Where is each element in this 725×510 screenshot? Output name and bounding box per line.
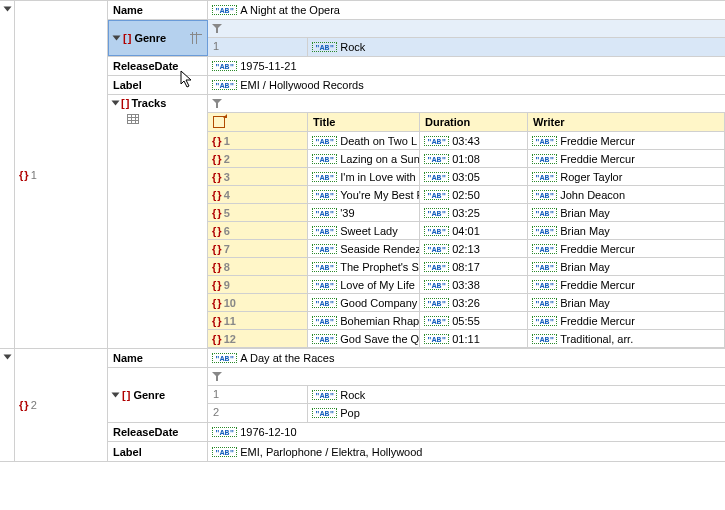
filter-icon[interactable] [212, 99, 222, 109]
tracks-header-title[interactable]: Title [308, 113, 420, 131]
track-row[interactable]: { } 2AB Lazing on a SunAB 01:08AB Freddi… [208, 150, 725, 168]
track-row[interactable]: { } 3AB I'm in Love withAB 03:05AB Roger… [208, 168, 725, 186]
item-row: { } 2 Name AB A Day at the Races [ ] Gen… [0, 349, 725, 462]
string-type-icon: AB [312, 190, 337, 200]
object-braces-icon: { } [212, 171, 221, 183]
prop-tracks-label[interactable]: [ ] Tracks [108, 95, 208, 348]
string-type-icon: AB [532, 154, 557, 164]
string-type-icon: AB [312, 172, 337, 182]
string-type-icon: AB [312, 316, 337, 326]
genre-item-index: 2 [208, 404, 308, 422]
item-header[interactable]: { } 2 [15, 349, 108, 461]
genre-body: 1 AB Rock 2 AB Pop [208, 368, 725, 422]
track-row[interactable]: { } 11AB Bohemian RhapAB 05:55AB Freddie… [208, 312, 725, 330]
track-row[interactable]: { } 10AB Good CompanyAB 03:26AB Brian Ma… [208, 294, 725, 312]
track-index-cell: { } 1 [208, 132, 308, 149]
string-type-icon: AB [212, 61, 237, 71]
item-index: 1 [31, 169, 37, 181]
item-index: 2 [31, 399, 37, 411]
genre-item-index: 1 [208, 38, 308, 56]
track-duration-cell: AB 01:11 [420, 330, 528, 347]
object-braces-icon: { } [212, 189, 221, 201]
track-title-cell: AB You're My Best F [308, 186, 420, 203]
string-type-icon: AB [424, 334, 449, 344]
prop-release-value[interactable]: AB 1976-12-10 [208, 423, 725, 441]
string-type-icon: AB [312, 136, 337, 146]
string-type-icon: AB [312, 262, 337, 272]
prop-genre-label[interactable]: [ ] Genre [108, 368, 208, 422]
track-index-cell: { } 3 [208, 168, 308, 185]
prop-name-label[interactable]: Name [108, 349, 208, 367]
genre-row: [ ] Genre 1 AB Rock [108, 20, 725, 57]
string-type-icon: AB [312, 154, 337, 164]
expand-icon [3, 7, 11, 12]
object-braces-icon: { } [19, 399, 28, 411]
item-gutter[interactable] [0, 1, 15, 348]
string-type-icon: AB [424, 208, 449, 218]
string-type-icon: AB [532, 334, 557, 344]
item-body: Name AB A Day at the Races [ ] Genre 1 [108, 349, 725, 461]
track-row[interactable]: { } 9AB Love of My LifeAB 03:38AB Freddi… [208, 276, 725, 294]
prop-name-value[interactable]: AB A Day at the Races [208, 349, 725, 367]
string-type-icon: AB [424, 172, 449, 182]
table-edit-icon [213, 116, 225, 128]
prop-name-label[interactable]: Name [108, 1, 208, 19]
genre-item-value: AB Pop [308, 404, 725, 422]
track-index: 10 [224, 297, 236, 309]
track-row[interactable]: { } 5AB '39AB 03:25AB Brian May [208, 204, 725, 222]
prop-release-value[interactable]: AB 1975-11-21 [208, 57, 725, 75]
filter-icon[interactable] [212, 372, 222, 382]
prop-release-label[interactable]: ReleaseDate [108, 57, 208, 75]
columns-toggle-icon[interactable] [190, 32, 202, 44]
track-index-cell: { } 7 [208, 240, 308, 257]
object-braces-icon: { } [212, 261, 221, 273]
track-row[interactable]: { } 8AB The Prophet's SAB 08:17AB Brian … [208, 258, 725, 276]
tracks-rows: { } 1AB Death on Two LAB 03:43AB Freddie… [208, 132, 725, 348]
prop-name-value[interactable]: AB A Night at the Opera [208, 1, 725, 19]
track-row[interactable]: { } 6AB Sweet LadyAB 04:01AB Brian May [208, 222, 725, 240]
prop-label-label[interactable]: Label [108, 76, 208, 94]
track-writer-cell: AB Freddie Mercur [528, 150, 725, 167]
prop-genre-label[interactable]: [ ] Genre [108, 20, 208, 56]
prop-release-label[interactable]: ReleaseDate [108, 423, 208, 441]
track-duration-cell: AB 03:38 [420, 276, 528, 293]
track-duration-cell: AB 03:05 [420, 168, 528, 185]
track-index: 3 [224, 171, 230, 183]
tracks-body: Title Duration Writer { } 1AB Death on T… [208, 95, 725, 348]
track-row[interactable]: { } 7AB Seaside RendezAB 02:13AB Freddie… [208, 240, 725, 258]
track-row[interactable]: { } 12AB God Save the QAB 01:11AB Tradit… [208, 330, 725, 348]
object-braces-icon: { } [19, 169, 28, 181]
prop-label-value[interactable]: AB EMI / Hollywood Records [208, 76, 725, 94]
string-type-icon: AB [212, 353, 237, 363]
track-row[interactable]: { } 1AB Death on Two LAB 03:43AB Freddie… [208, 132, 725, 150]
prop-label-label[interactable]: Label [108, 442, 208, 461]
tracks-header-writer[interactable]: Writer [528, 113, 725, 131]
track-row[interactable]: { } 4AB You're My Best FAB 02:50AB John … [208, 186, 725, 204]
track-title-cell: AB God Save the Q [308, 330, 420, 347]
track-duration-cell: AB 03:25 [420, 204, 528, 221]
genre-item-row[interactable]: 2 AB Pop [208, 404, 725, 422]
item-gutter[interactable] [0, 349, 15, 461]
genre-body: 1 AB Rock [208, 20, 725, 56]
track-duration-cell: AB 02:50 [420, 186, 528, 203]
string-type-icon: AB [532, 226, 557, 236]
genre-item-value: AB Rock [308, 38, 725, 56]
genre-item-row[interactable]: 1 AB Rock [208, 386, 725, 404]
string-type-icon: AB [212, 5, 237, 15]
tracks-header-index[interactable] [208, 113, 308, 131]
string-type-icon: AB [424, 154, 449, 164]
track-index: 6 [224, 225, 230, 237]
track-writer-cell: AB Brian May [528, 222, 725, 239]
filter-icon[interactable] [212, 24, 222, 34]
genre-item-row[interactable]: 1 AB Rock [208, 38, 725, 56]
tracks-header-duration[interactable]: Duration [420, 113, 528, 131]
item-header[interactable]: { } 1 [15, 1, 108, 348]
track-duration-cell: AB 08:17 [420, 258, 528, 275]
string-type-icon: AB [212, 447, 237, 457]
track-title-cell: AB Good Company [308, 294, 420, 311]
track-title-cell: AB Sweet Lady [308, 222, 420, 239]
track-index-cell: { } 10 [208, 294, 308, 311]
string-type-icon: AB [532, 298, 557, 308]
track-index-cell: { } 9 [208, 276, 308, 293]
prop-label-value[interactable]: AB EMI, Parlophone / Elektra, Hollywood [208, 442, 725, 461]
